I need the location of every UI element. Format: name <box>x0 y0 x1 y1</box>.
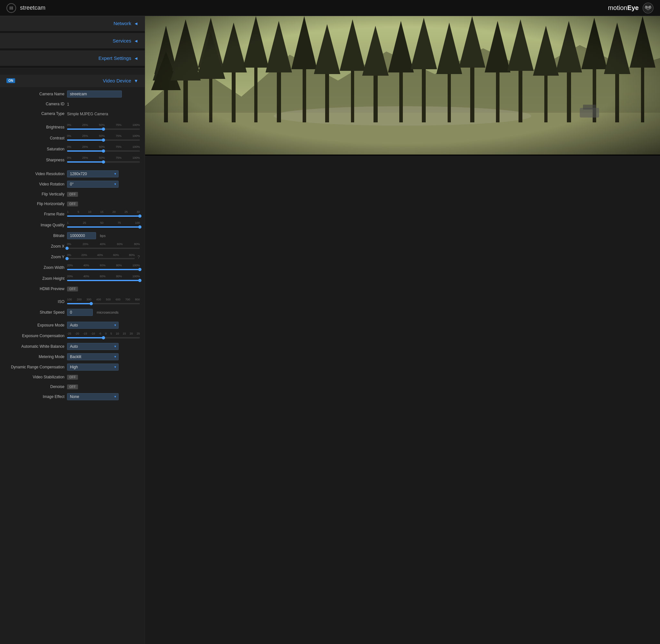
zoom-height-track[interactable] <box>67 280 140 281</box>
iso-row: ISO 100200300400500600700800 <box>0 296 145 307</box>
video-rotation-wrapper: 0° 90° 180° 270° <box>67 181 118 188</box>
zoom-x-track[interactable] <box>67 248 140 249</box>
flip-horizontally-toggle[interactable]: OFF <box>67 202 78 206</box>
svg-rect-58 <box>583 105 596 110</box>
brightness-fill <box>67 129 104 130</box>
contrast-track[interactable] <box>67 139 140 141</box>
camera-type-row: Camera Type Simple MJPEG Camera <box>0 109 145 118</box>
zoom-y-help-icon[interactable]: ? <box>137 254 140 259</box>
drc-value: Off Low Medium High <box>67 364 140 371</box>
camera-id-text: 1 <box>67 102 69 107</box>
svg-point-4 <box>646 7 647 8</box>
camera-icon-text: III <box>9 5 13 10</box>
frame-rate-thumb[interactable] <box>138 214 141 218</box>
expert-settings-label: Expert Settings <box>98 55 131 61</box>
exposure-mode-value: Auto Night Backlit <box>67 322 140 329</box>
hdmi-preview-toggle[interactable]: OFF <box>67 286 78 292</box>
bitrate-value: bps <box>67 232 140 239</box>
drc-select[interactable]: Off Low Medium High <box>67 364 118 371</box>
saturation-label: Saturation <box>3 147 64 151</box>
sharpness-thumb[interactable] <box>102 160 105 164</box>
exposure-compensation-thumb[interactable] <box>102 336 105 339</box>
network-label: Network <box>113 21 131 26</box>
image-quality-label: Image Quality <box>3 223 64 227</box>
zoom-y-slider-inner: 0%20%40%60%80% <box>67 253 135 260</box>
network-arrow: ◄ <box>134 21 138 26</box>
shutter-speed-row: Shutter Speed microseconds <box>0 307 145 318</box>
exposure-mode-select[interactable]: Auto Night Backlit <box>67 322 118 329</box>
services-label: Services <box>113 38 131 44</box>
flip-horizontally-row: Flip Horizontally OFF <box>0 199 145 209</box>
image-effect-row: Image Effect None Negative Solarize Sket… <box>0 392 145 402</box>
iso-slider: 100200300400500600700800 <box>67 298 140 305</box>
image-effect-select[interactable]: None Negative Solarize Sketch <box>67 393 118 400</box>
camera-name-row: Camera Name <box>0 89 145 99</box>
saturation-thumb[interactable] <box>102 150 105 153</box>
denoise-toggle[interactable]: OFF <box>67 385 78 389</box>
zoom-height-thumb[interactable] <box>138 279 141 282</box>
saturation-marks: 0%25%50%75%100% <box>67 145 140 148</box>
frame-rate-track[interactable] <box>67 215 140 217</box>
camera-name-input[interactable] <box>67 91 122 97</box>
hdmi-preview-label: HDMI Preview <box>3 286 64 291</box>
svg-rect-56 <box>145 16 660 155</box>
contrast-marks: 0%25%50%75%100% <box>67 134 140 138</box>
video-rotation-value: 0° 90° 180° 270° <box>67 181 140 188</box>
app-header: III streetcam motionEye <box>0 0 660 16</box>
video-resolution-label: Video Resolution <box>3 171 64 176</box>
camera-id-value: 1 <box>67 102 140 107</box>
denoise-label: Denoise <box>3 385 64 389</box>
drc-wrapper: Off Low Medium High <box>67 364 118 371</box>
brightness-track[interactable] <box>67 129 140 130</box>
video-stabilization-toggle[interactable]: OFF <box>67 375 78 380</box>
metering-mode-select[interactable]: Average Spot Backlit Matrix <box>67 353 118 360</box>
image-quality-track[interactable] <box>67 226 140 228</box>
flip-vertically-row: Flip Vertically OFF <box>0 189 145 199</box>
zoom-width-fill <box>67 269 140 270</box>
sharpness-label: Sharpness <box>3 158 64 162</box>
contrast-slider: 0%25%50%75%100% <box>67 134 140 142</box>
brightness-thumb[interactable] <box>102 128 105 131</box>
video-device-arrow: ▼ <box>134 78 138 84</box>
video-rotation-select[interactable]: 0° 90° 180° 270° <box>67 181 118 188</box>
bitrate-label: Bitrate <box>3 233 64 238</box>
sharpness-track[interactable] <box>67 161 140 163</box>
on-badge[interactable]: ON <box>6 78 15 83</box>
contrast-thumb[interactable] <box>102 138 105 142</box>
zoom-y-track[interactable] <box>67 258 135 259</box>
video-stabilization-label: Video Stabilization <box>3 375 64 379</box>
sharpness-slider: 0%25%50%75%100% <box>67 156 140 164</box>
saturation-slider: 0%25%50%75%100% <box>67 145 140 153</box>
image-quality-thumb[interactable] <box>138 225 141 229</box>
saturation-track[interactable] <box>67 151 140 152</box>
bitrate-input[interactable] <box>67 232 96 239</box>
image-effect-wrapper: None Negative Solarize Sketch <box>67 393 118 400</box>
zoom-y-thumb[interactable] <box>65 257 69 260</box>
contrast-row: Contrast 0%25%50%75%100% <box>0 133 145 144</box>
bitrate-row: Bitrate bps <box>0 231 145 241</box>
services-section-header[interactable]: Services ◄ <box>0 33 145 48</box>
frame-rate-label: Frame Rate <box>3 212 64 216</box>
shutter-speed-input[interactable] <box>67 309 93 316</box>
main-layout: Network ◄ Services ◄ Expert Settings ◄ O… <box>0 16 660 644</box>
awb-select[interactable]: Auto Sunlight Cloudy <box>67 343 118 350</box>
video-resolution-select[interactable]: 1280x720 640x480 1920x1080 <box>67 170 118 178</box>
zoom-width-row: Zoom Width 20%40%60%80%100% <box>0 262 145 273</box>
video-device-label: Video Device <box>103 78 131 84</box>
header-right: motionEye <box>608 3 654 14</box>
zoom-x-marks: 0%20%40%60%80% <box>67 243 140 246</box>
zoom-width-thumb[interactable] <box>138 268 141 271</box>
flip-vertically-toggle[interactable]: OFF <box>67 192 78 197</box>
video-device-header[interactable]: ON Video Device ▼ <box>0 75 145 87</box>
exposure-compensation-track[interactable] <box>67 337 140 339</box>
iso-track[interactable] <box>67 303 140 304</box>
zoom-x-thumb[interactable] <box>65 247 69 250</box>
network-section-header[interactable]: Network ◄ <box>0 16 145 31</box>
brightness-marks: 0%25%50%75%100% <box>67 123 140 127</box>
hdmi-preview-row: HDMI Preview OFF <box>0 284 145 294</box>
frame-rate-slider: 151015202530 <box>67 210 140 218</box>
expert-settings-section-header[interactable]: Expert Settings ◄ <box>0 51 145 66</box>
iso-thumb[interactable] <box>90 302 93 305</box>
denoise-value: OFF <box>67 384 140 389</box>
zoom-width-track[interactable] <box>67 269 140 270</box>
